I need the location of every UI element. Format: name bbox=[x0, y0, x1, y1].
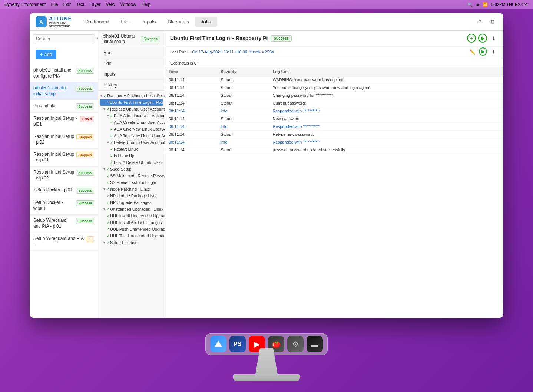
tree-item-unattended[interactable]: ▼ ✓ Unattended Upgrades - Linux bbox=[98, 206, 165, 213]
middle-panel: pihole01 Ubuntu initial setup Success Ru… bbox=[98, 31, 165, 318]
log-row: 08:11:14StdoutWARNING: Your password has… bbox=[165, 76, 503, 84]
check-icon: ✓ bbox=[110, 121, 113, 125]
tab-dashboard[interactable]: Dashboard bbox=[79, 17, 115, 27]
sidebar-item-pihole01-pia[interactable]: pihole01 install and configure PIA Succe… bbox=[30, 65, 98, 82]
check-icon: ✓ bbox=[106, 227, 109, 231]
tree-item-sudo[interactable]: ▼ ✓ Sudo Setup bbox=[98, 166, 165, 172]
right-panel-title: Ubuntu First Time Login – Raspberry Pi S… bbox=[170, 35, 292, 42]
tree-item-islinux[interactable]: ✓ Is Linux Up bbox=[98, 152, 165, 159]
log-line[interactable]: Responded with *********** bbox=[269, 123, 503, 131]
download-step-icon[interactable]: ⬇ bbox=[489, 47, 498, 56]
sidebar-item-rasbian-pi01[interactable]: Rasbian Initial Setup - pi01 Failed bbox=[30, 113, 98, 131]
log-line: You must change your password now and lo… bbox=[269, 84, 503, 92]
tree-item-uul-apt[interactable]: ✓ UUL Install Apt List Changes bbox=[98, 219, 165, 226]
tree-item-replace-user[interactable]: ▼ ✓ Replace Ubuntu User Account bbox=[98, 106, 165, 112]
tree-item-aua-give[interactable]: ✓ AUA Give New Linux User Account sudo P… bbox=[98, 126, 165, 132]
tree-item-uul-test[interactable]: ✓ UUL Test Unattended Upgrade bbox=[98, 233, 165, 239]
tree-item-ubuntu-login[interactable]: ✓ Ubuntu First Time Login - Raspberry Pi bbox=[100, 99, 163, 106]
menu-layer[interactable]: Layer bbox=[89, 2, 100, 7]
tree-item-aua-create[interactable]: ✓ AUA Create Linux User Account bbox=[98, 119, 165, 126]
tree-label: SS Prevent ssh root login bbox=[110, 180, 156, 185]
settings-icon[interactable]: ⚙ bbox=[488, 17, 497, 27]
tree-item-np-update[interactable]: ✓ NP Update Package Lists bbox=[98, 192, 165, 199]
log-line[interactable]: Responded with *********** bbox=[269, 107, 503, 115]
action-history[interactable]: History bbox=[98, 80, 165, 90]
sidebar-item-wireguard-2[interactable]: Setup Wireguard and PIA - ... bbox=[30, 233, 98, 251]
sidebar-item-ping[interactable]: Ping pihole Success bbox=[30, 100, 98, 113]
add-button[interactable]: + Add bbox=[36, 50, 56, 59]
log-time[interactable]: 08:11:14 bbox=[165, 107, 217, 115]
status-badge: Success bbox=[76, 188, 94, 194]
help-icon[interactable]: ? bbox=[475, 17, 485, 27]
check-icon: ✓ bbox=[106, 107, 109, 111]
tree-label: Setup Fail2ban bbox=[110, 240, 138, 245]
menu-help[interactable]: Help bbox=[142, 2, 151, 7]
check-icon: ✓ bbox=[106, 167, 109, 171]
right-panel-actions: + ▶ ⬇ bbox=[467, 34, 498, 43]
terminal-dock-icon[interactable]: ▬ bbox=[307, 336, 323, 352]
search-input[interactable] bbox=[33, 34, 95, 43]
tree-item[interactable]: ▼ ✓ Raspberry Pi Ubuntu Initial Setup bbox=[98, 92, 165, 99]
tree-item-node-patching[interactable]: ▼ ✓ Node Patching - Linux bbox=[98, 186, 165, 192]
tree-item-delete[interactable]: ▼ ✓ Delete Ubuntu User Account - Linux bbox=[98, 139, 165, 146]
breadcrumb-text: pihole01 Ubuntu initial setup bbox=[103, 34, 139, 44]
sidebar-item-name: Setup Docker - wipi01 bbox=[33, 200, 75, 211]
attune-dock-icon[interactable] bbox=[210, 336, 226, 352]
check-icon: ✓ bbox=[110, 161, 113, 165]
menu-veiw[interactable]: Veiw bbox=[106, 2, 115, 7]
log-line: passwd: password updated successfully bbox=[269, 146, 503, 154]
logo-text: ATTUNE bbox=[49, 16, 72, 22]
tab-jobs[interactable]: Jobs bbox=[195, 17, 217, 27]
action-edit[interactable]: Edit bbox=[98, 58, 165, 69]
log-time[interactable]: 08:11:14 bbox=[165, 123, 217, 131]
add-step-icon[interactable]: + bbox=[467, 34, 476, 43]
tree-item-uul-install[interactable]: ✓ UUL Install Unattended Upgrades Packag… bbox=[98, 213, 165, 219]
action-inputs[interactable]: Inputs bbox=[98, 69, 165, 80]
check-icon: ✓ bbox=[110, 127, 113, 131]
app-header: A ATTUNE Powered by SERVERTRIBE Dashboar… bbox=[30, 13, 503, 31]
tab-files[interactable]: Files bbox=[115, 17, 136, 27]
log-time: 08:11:14 bbox=[165, 131, 217, 138]
menu-file[interactable]: File bbox=[51, 2, 58, 7]
tree-item-fail2ban[interactable]: ▼ ✓ Setup Fail2ban bbox=[98, 239, 165, 246]
sidebar-item-docker-pi01[interactable]: Setup Docker - pi01 Success bbox=[30, 184, 98, 197]
log-row: 08:11:14StdoutChanging password for ****… bbox=[165, 92, 503, 99]
edit-icon[interactable]: ✏️ bbox=[468, 47, 477, 56]
sidebar-item-docker-wipi01[interactable]: Setup Docker - wipi01 Success bbox=[30, 197, 98, 215]
run-step-icon[interactable]: ▶ bbox=[479, 47, 487, 56]
download-icon[interactable]: ⬇ bbox=[489, 34, 498, 43]
sidebar-item-pihole01-ubuntu[interactable]: pihole01 Ubuntu initial setup Success bbox=[30, 82, 98, 100]
log-line[interactable]: Responded with *********** bbox=[269, 138, 503, 146]
tab-blueprints[interactable]: Blueprints bbox=[162, 17, 195, 27]
action-run[interactable]: Run bbox=[98, 47, 165, 58]
menu-text[interactable]: Text bbox=[76, 2, 84, 7]
tree-item-uul-push[interactable]: ✓ UUL Push Unattended Upgrades Config bbox=[98, 226, 165, 233]
tree-item-ss-sudo[interactable]: ✓ SS Make sudo Require Password bbox=[98, 172, 165, 179]
search-icon[interactable]: 🔍 bbox=[467, 2, 473, 7]
menu-edit[interactable]: Edit bbox=[63, 2, 71, 7]
tree-item-restart[interactable]: ✓ Restart Linux bbox=[98, 146, 165, 152]
tree-item-ddua[interactable]: ✓ DDUA Delete Ubuntu User bbox=[98, 159, 165, 166]
tree-label: AUA Create Linux User Account bbox=[114, 120, 165, 125]
last-run-value[interactable]: On 17-Aug-2021 08:11 +10:00, it took 4.2… bbox=[192, 50, 274, 54]
menu-window[interactable]: Window bbox=[120, 2, 136, 7]
menu-icon[interactable]: ≡ bbox=[476, 2, 479, 7]
tree-item-np-upgrade[interactable]: ✓ NP Upgrade Packages bbox=[98, 199, 165, 206]
tree-item-aua-test[interactable]: ✓ AUA Test New Linux User Account bbox=[98, 132, 165, 139]
sidebar-item-rasbian-pi02[interactable]: Rasbian Initial Setup - pi02 Stopped bbox=[30, 131, 98, 149]
sidebar-item-rasbian-wipi02[interactable]: Rasbian Initial Setup - wipi02 Success bbox=[30, 167, 98, 184]
col-time: Time bbox=[165, 67, 217, 76]
tab-inputs[interactable]: Inputs bbox=[137, 17, 162, 27]
check-icon: ✓ bbox=[106, 221, 109, 225]
tree-item-ss-ssh[interactable]: ✓ SS Prevent ssh root login bbox=[98, 179, 165, 186]
check-icon: ✓ bbox=[106, 234, 109, 238]
tree-label: AUA Test New Linux User Account bbox=[114, 134, 165, 138]
sidebar-item-rasbian-wipi01[interactable]: Rasbian Initial Setup - wipi01 Stopped bbox=[30, 149, 98, 167]
menu-bar: Synerty Environment File Edit Text Layer… bbox=[0, 0, 533, 9]
run-icon[interactable]: ▶ bbox=[478, 34, 487, 43]
check-icon: ✓ bbox=[106, 101, 109, 105]
log-time[interactable]: 08:11:14 bbox=[165, 138, 217, 146]
tree-item-rua[interactable]: ▼ ✓ RUA Add Linux User Account bbox=[98, 112, 165, 119]
run-info: Last Run: On 17-Aug-2021 08:11 +10:00, i… bbox=[170, 48, 274, 56]
sidebar-item-wireguard-pi01[interactable]: Setup Wireguard and PIA - pi01 Success bbox=[30, 215, 98, 233]
